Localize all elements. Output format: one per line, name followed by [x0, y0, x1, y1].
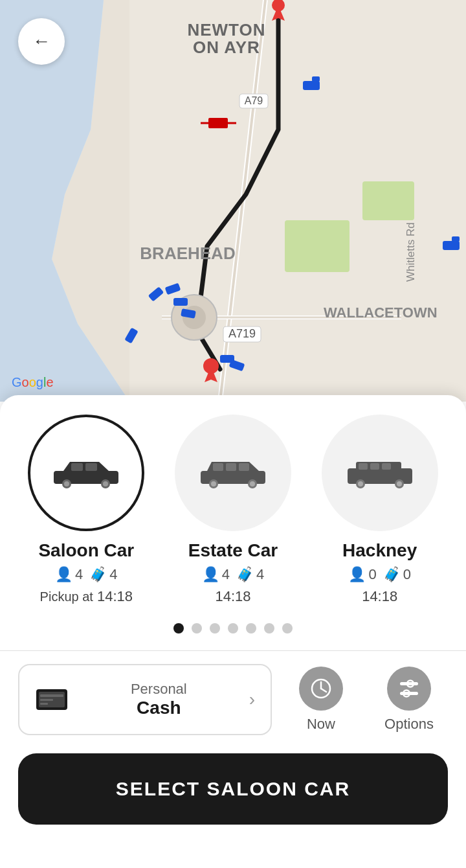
svg-point-58 — [358, 481, 363, 486]
person-icon-hackney: 👤 — [348, 566, 366, 583]
clock-icon-circle — [299, 667, 343, 711]
svg-rect-63 — [382, 463, 391, 470]
svg-rect-5 — [362, 181, 414, 220]
svg-text:Whitletts Rd: Whitletts Rd — [405, 222, 417, 282]
svg-point-51 — [250, 481, 255, 486]
select-saloon-car-button[interactable]: SELECT SALOON CAR — [18, 753, 448, 825]
svg-point-49 — [211, 481, 216, 486]
svg-rect-54 — [239, 463, 249, 471]
hackney-passenger-stat: 👤 0 — [348, 566, 376, 583]
luggage-icon: 🧳 — [89, 566, 107, 583]
dot-1 — [173, 623, 184, 634]
options-icon — [396, 676, 422, 702]
luggage-icon-hackney: 🧳 — [383, 566, 401, 583]
estate-car-stats: 👤 4 🧳 4 — [202, 566, 265, 583]
back-button[interactable]: ← — [18, 18, 65, 65]
car-option-hackney[interactable]: Hackney 👤 0 🧳 0 14:18 — [306, 415, 453, 605]
payment-button[interactable]: Personal Cash › — [18, 664, 272, 735]
dot-4 — [228, 623, 238, 634]
svg-text:ON AYR: ON AYR — [193, 38, 260, 57]
estate-car-icon — [197, 453, 269, 492]
hackney-luggage-stat: 🧳 0 — [383, 566, 411, 583]
now-button[interactable]: Now — [282, 664, 360, 735]
svg-rect-62 — [370, 463, 379, 470]
hackney-car-stats: 👤 0 🧳 0 — [348, 566, 411, 583]
dot-7 — [282, 623, 293, 634]
options-label: Options — [384, 716, 434, 733]
estate-luggage-stat: 🧳 4 — [236, 566, 264, 583]
svg-point-37 — [203, 358, 219, 374]
svg-rect-25 — [443, 241, 460, 250]
car-circle-saloon — [28, 415, 144, 531]
svg-rect-3 — [129, 0, 466, 402]
payment-method-label: Cash — [80, 698, 238, 718]
saloon-car-name: Saloon Car — [38, 540, 134, 561]
google-g-letter: G — [12, 375, 22, 390]
svg-rect-23 — [303, 81, 320, 90]
hackney-car-name: Hackney — [342, 540, 417, 561]
svg-rect-52 — [213, 463, 223, 471]
svg-rect-53 — [226, 463, 236, 471]
person-icon-estate: 👤 — [202, 566, 219, 583]
svg-point-41 — [64, 481, 69, 486]
cash-icon — [35, 683, 69, 716]
map-section: NEWTON ON AYR BRAEHEAD WALLACETOWN A719 … — [0, 0, 466, 402]
options-button[interactable]: Options — [370, 664, 448, 735]
select-button-label: SELECT SALOON CAR — [116, 778, 350, 800]
estate-pickup-time: 14:18 — [215, 588, 250, 605]
dot-5 — [246, 623, 256, 634]
car-option-estate[interactable]: Estate Car 👤 4 🧳 4 14:18 — [160, 415, 307, 605]
payment-text: Personal Cash — [80, 681, 238, 718]
svg-rect-66 — [40, 694, 63, 697]
svg-rect-26 — [452, 236, 460, 242]
dot-2 — [192, 623, 202, 634]
car-option-saloon[interactable]: Saloon Car 👤 4 🧳 4 Pickup at 14:18 — [13, 415, 160, 605]
car-circle-estate — [175, 415, 291, 531]
hackney-pickup-time: 14:18 — [362, 588, 397, 605]
dot-6 — [264, 623, 274, 634]
saloon-car-stats: 👤 4 🧳 4 — [55, 566, 118, 583]
page-dots — [173, 623, 293, 634]
saloon-car-icon — [50, 453, 122, 492]
svg-text:BRAEHEAD: BRAEHEAD — [140, 244, 235, 263]
svg-point-60 — [397, 481, 402, 486]
saloon-passenger-stat: 👤 4 — [55, 566, 83, 583]
svg-text:A719: A719 — [228, 327, 256, 340]
svg-text:NEWTON: NEWTON — [187, 20, 265, 40]
saloon-pickup-time: Pickup at 14:18 — [40, 588, 133, 605]
hackney-car-icon — [344, 453, 416, 492]
bottom-panel: Saloon Car 👤 4 🧳 4 Pickup at 14:18 — [0, 395, 466, 868]
car-selector: Saloon Car 👤 4 🧳 4 Pickup at 14:18 — [0, 415, 466, 605]
luggage-icon-estate: 🧳 — [236, 566, 254, 583]
now-label: Now — [307, 716, 335, 733]
svg-point-74 — [409, 683, 412, 685]
estate-passenger-stat: 👤 4 — [202, 566, 230, 583]
svg-rect-45 — [85, 463, 97, 471]
action-row: Personal Cash › Now — [0, 664, 466, 735]
svg-rect-68 — [40, 703, 48, 705]
google-watermark: Google — [12, 375, 54, 390]
options-icon-circle — [387, 667, 431, 711]
svg-rect-4 — [285, 220, 350, 272]
back-arrow-icon: ← — [32, 32, 50, 51]
svg-rect-29 — [173, 298, 188, 306]
svg-line-71 — [321, 689, 326, 692]
section-divider — [0, 650, 466, 651]
svg-rect-67 — [40, 699, 53, 701]
svg-rect-44 — [71, 463, 83, 471]
clock-icon — [308, 676, 334, 702]
svg-point-77 — [405, 692, 408, 695]
svg-point-43 — [103, 481, 108, 486]
dot-3 — [210, 623, 220, 634]
svg-text:A79: A79 — [245, 95, 263, 106]
car-circle-hackney — [322, 415, 438, 531]
payment-type-label: Personal — [80, 681, 238, 698]
person-icon: 👤 — [55, 566, 72, 583]
svg-rect-24 — [312, 76, 320, 82]
svg-rect-61 — [359, 463, 368, 470]
chevron-right-icon: › — [249, 689, 255, 710]
saloon-luggage-stat: 🧳 4 — [89, 566, 117, 583]
estate-car-name: Estate Car — [188, 540, 278, 561]
svg-text:WALLACETOWN: WALLACETOWN — [324, 304, 438, 321]
